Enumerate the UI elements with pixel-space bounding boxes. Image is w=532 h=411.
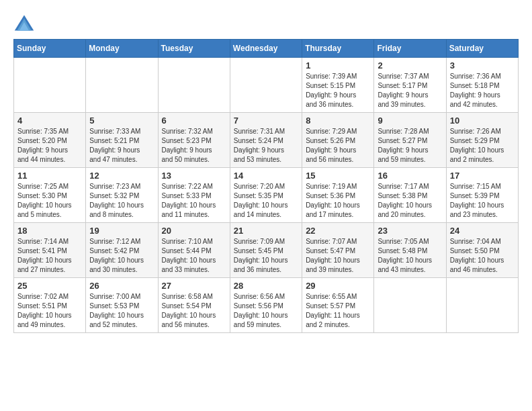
day-number: 15 (306, 171, 370, 181)
day-cell: 15Sunrise: 7:19 AM Sunset: 5:36 PM Dayli… (302, 168, 374, 223)
day-cell (230, 58, 302, 113)
day-info: Sunrise: 7:33 AM Sunset: 5:21 PM Dayligh… (89, 127, 154, 165)
day-number: 14 (234, 171, 298, 181)
week-row-2: 4Sunrise: 7:35 AM Sunset: 5:20 PM Daylig… (14, 113, 519, 168)
day-cell: 21Sunrise: 7:09 AM Sunset: 5:45 PM Dayli… (230, 223, 302, 278)
day-number: 6 (162, 116, 226, 126)
day-number: 20 (162, 226, 226, 236)
day-cell: 18Sunrise: 7:14 AM Sunset: 5:41 PM Dayli… (14, 223, 86, 278)
day-info: Sunrise: 7:10 AM Sunset: 5:44 PM Dayligh… (162, 237, 226, 275)
day-cell: 13Sunrise: 7:22 AM Sunset: 5:33 PM Dayli… (158, 168, 230, 223)
day-info: Sunrise: 7:04 AM Sunset: 5:50 PM Dayligh… (450, 237, 515, 275)
week-row-4: 18Sunrise: 7:14 AM Sunset: 5:41 PM Dayli… (14, 223, 519, 278)
day-cell: 17Sunrise: 7:15 AM Sunset: 5:39 PM Dayli… (446, 168, 518, 223)
day-number: 10 (450, 116, 515, 126)
day-cell: 16Sunrise: 7:17 AM Sunset: 5:38 PM Dayli… (374, 168, 446, 223)
day-number: 5 (89, 116, 154, 126)
week-row-5: 25Sunrise: 7:02 AM Sunset: 5:51 PM Dayli… (14, 278, 519, 333)
day-info: Sunrise: 7:32 AM Sunset: 5:23 PM Dayligh… (162, 127, 226, 165)
header-tuesday: Tuesday (158, 40, 230, 58)
header-monday: Monday (86, 40, 158, 58)
day-info: Sunrise: 7:17 AM Sunset: 5:38 PM Dayligh… (378, 182, 442, 220)
day-cell: 23Sunrise: 7:05 AM Sunset: 5:48 PM Dayli… (374, 223, 446, 278)
day-cell: 26Sunrise: 7:00 AM Sunset: 5:53 PM Dayli… (86, 278, 158, 333)
day-number: 25 (17, 281, 82, 291)
day-info: Sunrise: 7:26 AM Sunset: 5:29 PM Dayligh… (450, 127, 515, 165)
day-number: 18 (17, 226, 82, 236)
day-number: 8 (306, 116, 370, 126)
day-cell: 9Sunrise: 7:28 AM Sunset: 5:27 PM Daylig… (374, 113, 446, 168)
calendar-header-row: SundayMondayTuesdayWednesdayThursdayFrid… (14, 40, 519, 58)
logo (13, 13, 38, 32)
day-number: 29 (306, 281, 370, 291)
day-cell: 12Sunrise: 7:23 AM Sunset: 5:32 PM Dayli… (86, 168, 158, 223)
day-cell: 29Sunrise: 6:55 AM Sunset: 5:57 PM Dayli… (302, 278, 374, 333)
day-info: Sunrise: 7:35 AM Sunset: 5:20 PM Dayligh… (17, 127, 82, 165)
day-number: 19 (89, 226, 154, 236)
header-thursday: Thursday (302, 40, 374, 58)
day-cell: 11Sunrise: 7:25 AM Sunset: 5:30 PM Dayli… (14, 168, 86, 223)
day-number: 16 (378, 171, 442, 181)
day-info: Sunrise: 7:22 AM Sunset: 5:33 PM Dayligh… (162, 182, 226, 220)
day-cell: 27Sunrise: 6:58 AM Sunset: 5:54 PM Dayli… (158, 278, 230, 333)
day-number: 11 (17, 171, 82, 181)
day-cell: 3Sunrise: 7:36 AM Sunset: 5:18 PM Daylig… (446, 58, 518, 113)
day-number: 21 (234, 226, 298, 236)
logo-icon (13, 13, 35, 32)
day-info: Sunrise: 7:39 AM Sunset: 5:15 PM Dayligh… (306, 72, 370, 109)
day-number: 17 (450, 171, 515, 181)
week-row-1: 1Sunrise: 7:39 AM Sunset: 5:15 PM Daylig… (14, 58, 519, 113)
day-info: Sunrise: 7:14 AM Sunset: 5:41 PM Dayligh… (17, 237, 82, 275)
day-cell: 22Sunrise: 7:07 AM Sunset: 5:47 PM Dayli… (302, 223, 374, 278)
day-info: Sunrise: 7:29 AM Sunset: 5:26 PM Dayligh… (306, 127, 370, 165)
day-number: 4 (17, 116, 82, 126)
day-cell: 7Sunrise: 7:31 AM Sunset: 5:24 PM Daylig… (230, 113, 302, 168)
day-info: Sunrise: 7:37 AM Sunset: 5:17 PM Dayligh… (378, 72, 442, 109)
day-info: Sunrise: 7:31 AM Sunset: 5:24 PM Dayligh… (234, 127, 298, 165)
day-number: 1 (306, 60, 370, 71)
page-header (13, 13, 519, 32)
day-number: 22 (306, 226, 370, 236)
header-wednesday: Wednesday (230, 40, 302, 58)
day-number: 12 (89, 171, 154, 181)
day-info: Sunrise: 7:15 AM Sunset: 5:39 PM Dayligh… (450, 182, 515, 220)
day-number: 26 (89, 281, 154, 291)
day-cell (86, 58, 158, 113)
day-number: 28 (234, 281, 298, 291)
day-number: 13 (162, 171, 226, 181)
day-cell: 19Sunrise: 7:12 AM Sunset: 5:42 PM Dayli… (86, 223, 158, 278)
day-info: Sunrise: 7:25 AM Sunset: 5:30 PM Dayligh… (17, 182, 82, 220)
day-number: 27 (162, 281, 226, 291)
day-cell: 14Sunrise: 7:20 AM Sunset: 5:35 PM Dayli… (230, 168, 302, 223)
day-cell: 20Sunrise: 7:10 AM Sunset: 5:44 PM Dayli… (158, 223, 230, 278)
calendar-table: SundayMondayTuesdayWednesdayThursdayFrid… (13, 39, 519, 333)
day-cell: 4Sunrise: 7:35 AM Sunset: 5:20 PM Daylig… (14, 113, 86, 168)
day-info: Sunrise: 7:36 AM Sunset: 5:18 PM Dayligh… (450, 72, 515, 109)
day-cell (374, 278, 446, 333)
day-number: 23 (378, 226, 442, 236)
day-cell (14, 58, 86, 113)
day-info: Sunrise: 7:19 AM Sunset: 5:36 PM Dayligh… (306, 182, 370, 220)
day-cell: 8Sunrise: 7:29 AM Sunset: 5:26 PM Daylig… (302, 113, 374, 168)
day-info: Sunrise: 7:05 AM Sunset: 5:48 PM Dayligh… (378, 237, 442, 275)
day-cell: 28Sunrise: 6:56 AM Sunset: 5:56 PM Dayli… (230, 278, 302, 333)
day-number: 24 (450, 226, 515, 236)
day-info: Sunrise: 7:12 AM Sunset: 5:42 PM Dayligh… (89, 237, 154, 275)
day-cell: 5Sunrise: 7:33 AM Sunset: 5:21 PM Daylig… (86, 113, 158, 168)
day-info: Sunrise: 7:02 AM Sunset: 5:51 PM Dayligh… (17, 292, 82, 330)
day-cell (446, 278, 518, 333)
day-cell: 6Sunrise: 7:32 AM Sunset: 5:23 PM Daylig… (158, 113, 230, 168)
day-info: Sunrise: 6:55 AM Sunset: 5:57 PM Dayligh… (306, 292, 370, 330)
day-info: Sunrise: 7:07 AM Sunset: 5:47 PM Dayligh… (306, 237, 370, 275)
day-cell: 2Sunrise: 7:37 AM Sunset: 5:17 PM Daylig… (374, 58, 446, 113)
day-info: Sunrise: 6:56 AM Sunset: 5:56 PM Dayligh… (234, 292, 298, 330)
day-cell: 10Sunrise: 7:26 AM Sunset: 5:29 PM Dayli… (446, 113, 518, 168)
day-number: 7 (234, 116, 298, 126)
day-info: Sunrise: 7:09 AM Sunset: 5:45 PM Dayligh… (234, 237, 298, 275)
header-friday: Friday (374, 40, 446, 58)
day-info: Sunrise: 7:23 AM Sunset: 5:32 PM Dayligh… (89, 182, 154, 220)
week-row-3: 11Sunrise: 7:25 AM Sunset: 5:30 PM Dayli… (14, 168, 519, 223)
day-cell: 25Sunrise: 7:02 AM Sunset: 5:51 PM Dayli… (14, 278, 86, 333)
header-sunday: Sunday (14, 40, 86, 58)
day-number: 2 (378, 60, 442, 71)
